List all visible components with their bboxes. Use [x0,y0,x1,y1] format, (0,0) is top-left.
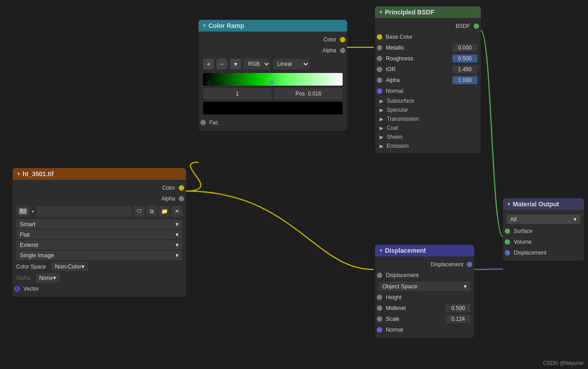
mo-displacement-socket[interactable] [505,250,510,255]
vector-socket[interactable] [14,286,20,292]
image-alpha-socket[interactable] [179,196,184,201]
color-ramp-interpolation-select[interactable]: Linear Ease B-Spline Cardinal Constant [273,59,309,69]
alpha-socket[interactable] [377,77,382,83]
principled-bsdf-collapse-icon[interactable]: ▾ [380,9,382,15]
base-color-socket[interactable] [377,34,382,40]
transmission-expand-icon: ▶ [380,116,383,122]
image-folder-button[interactable]: 📁 [159,206,170,217]
ior-label: IOR [384,66,451,73]
displacement-collapse-icon[interactable]: ▾ [380,247,382,254]
projection-dropdown[interactable]: Flat ▾ [16,230,182,239]
bsdf-output-socket[interactable] [474,23,479,29]
color-ramp-stop-selected[interactable] [270,80,274,87]
height-socket[interactable] [377,295,382,300]
image-name-input[interactable]: ht_3501.tif [36,206,132,217]
alpha-mode-dropdown[interactable]: None ▾ [36,273,60,282]
normal-row: Normal [375,86,481,96]
image-type-dropdown[interactable]: Single Image ▾ [16,251,182,260]
color-space-value: Non-Color [55,263,81,270]
extension-dropdown[interactable]: Extend ▾ [16,240,182,250]
displacement-normal-row: Normal [375,324,474,335]
projection-chevron: ▾ [176,231,179,238]
image-copy-button[interactable]: ⧉ [146,206,157,217]
emission-section[interactable]: ▶ Emission [375,141,481,150]
color-ramp-stop-white[interactable] [336,80,341,87]
displacement-header: ▾ Displacement [375,245,474,256]
interpolation-dropdown[interactable]: Smart ▾ [16,219,182,229]
subsurface-section[interactable]: ▶ Subsurface [375,96,481,105]
color-ramp-stop-black[interactable] [207,80,211,87]
surface-socket[interactable] [505,228,510,234]
material-output-target-dropdown[interactable]: All ▾ [507,214,580,224]
svg-point-2 [20,209,22,211]
displacement-input-socket[interactable] [377,273,382,278]
specular-expand-icon: ▶ [380,107,383,113]
image-texture-title: ht_3501.tif [23,170,54,178]
roughness-socket[interactable] [377,56,382,61]
interpolation-value: Smart [20,221,36,228]
ior-socket[interactable] [377,67,382,72]
alpha-row: Alpha 1.000 [375,75,481,86]
metallic-label: Metallic [384,45,451,51]
material-output-collapse-icon[interactable]: ▾ [507,201,510,207]
material-output-header: ▾ Material Output [503,198,584,210]
image-shield-button[interactable]: 🛡 [134,206,145,217]
height-row: Height [375,292,474,303]
color-ramp-color-socket[interactable] [340,37,345,42]
image-alpha-label: Alpha [16,196,177,202]
displacement-space-chevron: ▾ [464,283,467,290]
displacement-normal-socket[interactable] [377,327,382,333]
alpha-label: Alpha [384,77,451,83]
normal-socket[interactable] [377,88,382,94]
extension-chevron: ▾ [176,241,179,248]
surface-row: Surface [503,226,584,237]
bsdf-output-row: BSDF [375,21,481,32]
displacement-space-dropdown[interactable]: Object Space ▾ [379,282,470,291]
ior-value[interactable]: 1.450 [452,65,477,73]
coat-section[interactable]: ▶ Coat [375,123,481,132]
color-ramp-add-button[interactable]: + [203,59,214,69]
scale-socket[interactable] [377,316,382,322]
color-ramp-collapse-icon[interactable]: ▾ [203,23,206,29]
roughness-value[interactable]: 0.500 [452,55,477,63]
color-ramp-alpha-output-row: Alpha [199,45,347,56]
image-color-label: Color [16,185,177,191]
midlevel-value[interactable]: 0.500 [446,304,470,312]
color-ramp-fac-socket[interactable] [200,120,206,125]
extension-value: Extend [20,241,38,248]
displacement-output-socket[interactable] [467,262,472,267]
alpha-mode-value: None [39,274,53,281]
color-ramp-color-mode-select[interactable]: RGB HSV HSL [244,59,270,69]
metallic-socket[interactable] [377,45,382,50]
color-ramp-remove-button[interactable]: − [217,59,227,69]
scale-value[interactable]: 0.124 [446,315,470,323]
color-ramp-alpha-socket[interactable] [340,48,345,53]
volume-socket[interactable] [505,239,510,245]
image-icon [16,206,30,217]
color-ramp-pos-input[interactable] [274,88,343,99]
displacement-output-row: Displacement [375,259,474,270]
displacement-node: ▾ Displacement Displacement Displacement… [375,245,474,338]
image-close-button[interactable]: ✕ [172,206,182,217]
image-texture-collapse-icon[interactable]: ▾ [17,171,20,177]
color-ramp-gradient[interactable] [203,73,343,86]
image-dropdown-icon[interactable]: ▾ [32,209,34,214]
color-ramp-stop-index-input[interactable]: 1 [203,88,271,99]
color-ramp-mode-button[interactable]: ▾ [230,59,241,69]
sheen-section[interactable]: ▶ Sheen [375,132,481,141]
material-output-target-chevron: ▾ [574,216,577,223]
interpolation-chevron: ▾ [176,221,179,228]
midlevel-socket[interactable] [377,305,382,311]
color-ramp-color-preview[interactable] [203,102,343,114]
displacement-title: Displacement [385,247,426,254]
image-color-socket[interactable] [179,185,184,191]
specular-section[interactable]: ▶ Specular [375,105,481,114]
transmission-section[interactable]: ▶ Transmission [375,114,481,123]
metallic-value[interactable]: 0.000 [452,44,477,52]
coat-label: Coat [387,125,398,131]
displacement-input-row: Displacement [375,270,474,281]
emission-expand-icon: ▶ [380,143,383,149]
color-space-dropdown[interactable]: Non-Color ▾ [51,262,88,271]
alpha-value[interactable]: 1.000 [452,76,477,84]
subsurface-expand-icon: ▶ [380,98,383,104]
